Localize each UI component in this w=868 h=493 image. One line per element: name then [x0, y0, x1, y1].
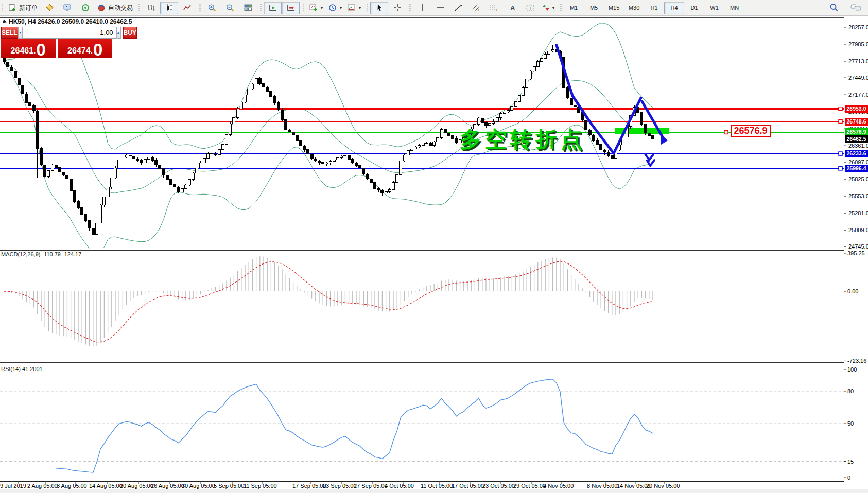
svg-text:26 Aug 05:00: 26 Aug 05:00	[151, 483, 184, 489]
chevron-down-icon: ▾	[340, 6, 342, 10]
shapes-icon	[542, 4, 550, 12]
svg-text:30 Aug 05:00: 30 Aug 05:00	[182, 483, 215, 489]
timeframe-h4[interactable]: H4	[664, 2, 684, 14]
horizontal-line-button[interactable]	[431, 2, 449, 14]
timeframe-mn[interactable]: MN	[724, 2, 744, 14]
timeframe-m15-label: M15	[609, 5, 619, 11]
timeframe-mn-label: MN	[730, 5, 739, 11]
chat-button[interactable]	[847, 2, 865, 14]
new-chart-button[interactable]: ▾	[306, 2, 325, 14]
timeframe-m15[interactable]: M15	[604, 2, 624, 14]
templates-button[interactable]: ▾	[344, 2, 363, 14]
signals-button[interactable]	[76, 2, 94, 14]
new-order-button[interactable]: 新订单	[5, 2, 40, 14]
zoom-in-button[interactable]	[203, 2, 221, 14]
macd-signal-line	[4, 261, 653, 342]
trendline-button[interactable]	[449, 2, 467, 14]
svg-text:23 Oct 05:00: 23 Oct 05:00	[482, 483, 515, 489]
svg-text:4 Oct 05:00: 4 Oct 05:00	[385, 483, 414, 489]
timeframe-m1-label: M1	[570, 5, 578, 11]
cursor-button[interactable]	[370, 2, 388, 14]
svg-text:E: E	[478, 8, 481, 12]
svg-text:11 Sep 05:00: 11 Sep 05:00	[244, 483, 277, 489]
symbol-arrow-icon	[3, 19, 7, 24]
text-icon: A	[509, 4, 516, 12]
bar-chart-button[interactable]	[142, 2, 160, 14]
periods-button[interactable]: ▾	[325, 2, 344, 14]
search-button[interactable]	[825, 2, 843, 14]
price-tag-26953.0: 26953.0	[845, 105, 868, 113]
market-watch-icon	[63, 4, 72, 12]
chart-frame	[0, 17, 868, 490]
toolbar: 新订单自动交易▾▾▾EFAT▾M1M5M15M30H1H4D1W1MN	[0, 0, 868, 16]
buy-button[interactable]: BUY	[123, 27, 137, 39]
auto-trading-button[interactable]: 自动交易	[94, 2, 135, 14]
svg-text:25553.0: 25553.0	[848, 193, 868, 199]
line-chart-button[interactable]	[178, 2, 196, 14]
price-tag-26233.6: 26233.6	[845, 150, 868, 157]
price-axis: 28257.027985.027713.027449.027177.026905…	[839, 24, 868, 481]
search-icon	[829, 3, 839, 13]
annotation-text[interactable]: 多空转折点	[460, 125, 586, 154]
rsi-indicator-label: RSI(14) 41.2001	[1, 366, 43, 372]
svg-text:F: F	[496, 8, 498, 12]
template-icon	[347, 4, 356, 12]
profiles-button[interactable]	[40, 2, 58, 14]
price-callout-label[interactable]: 26576.9	[731, 125, 771, 137]
timeframe-m1[interactable]: M1	[564, 2, 584, 14]
sell-button[interactable]: SELL	[1, 27, 18, 39]
svg-text:14 Nov 05:00: 14 Nov 05:00	[617, 483, 650, 489]
arrows-button[interactable]: ▾	[539, 2, 557, 14]
timeframe-m30[interactable]: M30	[624, 2, 644, 14]
timeframe-w1[interactable]: W1	[704, 2, 724, 14]
fibonacci-button[interactable]: F	[485, 2, 503, 14]
label-icon: T	[526, 4, 535, 12]
one-click-trading-panel: SELL ▼ ▲ BUY 26461.0 26474.0	[1, 27, 112, 58]
timeframe-m5-label: M5	[590, 5, 598, 11]
autotrade-icon	[97, 4, 106, 12]
svg-text:20 Aug 05:00: 20 Aug 05:00	[120, 483, 153, 489]
volume-input[interactable]	[23, 27, 116, 39]
zoom-out-button[interactable]	[221, 2, 239, 14]
tile-icon	[244, 4, 253, 12]
timeframe-h1[interactable]: H1	[644, 2, 664, 14]
svg-text:26361.0: 26361.0	[848, 143, 868, 149]
svg-text:50: 50	[847, 420, 854, 427]
main-pane	[0, 23, 844, 255]
vertical-line-button[interactable]	[413, 2, 431, 14]
auto-scroll-button[interactable]	[282, 2, 300, 14]
text-button[interactable]: A	[503, 2, 521, 14]
svg-text:4 Nov 05:00: 4 Nov 05:00	[543, 483, 574, 489]
timeframe-m5[interactable]: M5	[584, 2, 604, 14]
crosshair-button[interactable]	[388, 2, 406, 14]
buy-price: 26474	[67, 44, 91, 58]
equidistant-channel-button[interactable]: E	[467, 2, 485, 14]
market-watch-button[interactable]	[58, 2, 76, 14]
sell-price-panel[interactable]: 26461.0	[1, 39, 56, 58]
zoom-in-icon	[207, 4, 217, 12]
trendline-icon	[454, 4, 463, 12]
volume-decrease-button[interactable]: ▼	[18, 27, 23, 39]
chevron-down-icon: ▾	[321, 6, 323, 10]
shift-end-button[interactable]	[264, 2, 282, 14]
svg-text:23 Sep 05:00: 23 Sep 05:00	[323, 483, 356, 489]
tile-windows-button[interactable]	[239, 2, 257, 14]
svg-text:27449.0: 27449.0	[848, 75, 868, 81]
text-label-button[interactable]: T	[521, 2, 539, 14]
svg-text:28257.0: 28257.0	[848, 24, 868, 30]
hline-icon	[436, 4, 445, 12]
volume-increase-button[interactable]: ▲	[116, 27, 121, 39]
sell-price-big-digit: 0	[37, 42, 46, 58]
chart-bars-icon	[147, 4, 156, 12]
price-tag-26748.6: 26748.6	[845, 118, 868, 126]
svg-text:29 Oct 05:00: 29 Oct 05:00	[513, 483, 546, 489]
svg-text:27713.0: 27713.0	[848, 58, 868, 64]
chart-canvas[interactable]: 28257.027985.027713.027449.027177.026905…	[0, 0, 868, 493]
svg-text:80: 80	[847, 388, 854, 394]
buy-price-panel[interactable]: 26474.0	[58, 39, 113, 58]
macd-indicator-label: MACD(12,26,9) -110.79 -124.17	[1, 251, 81, 257]
timeframe-d1[interactable]: D1	[684, 2, 704, 14]
svg-text:25009.0: 25009.0	[848, 227, 868, 233]
svg-text:9 Jul 2019: 9 Jul 2019	[0, 483, 26, 489]
candlestick-chart-button[interactable]	[160, 2, 178, 14]
